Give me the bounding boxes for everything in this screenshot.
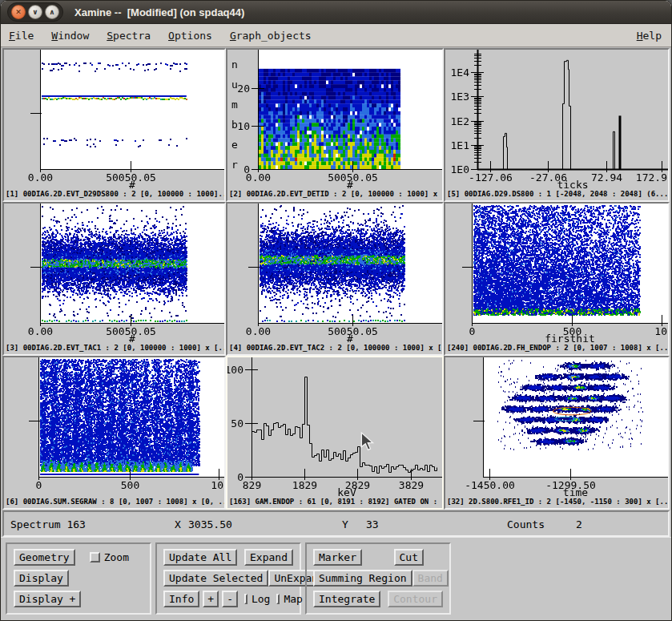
minus-button[interactable]: -	[222, 591, 238, 607]
update-selected-button[interactable]: Update Selected	[163, 570, 268, 587]
y-axis-label-number: number	[230, 54, 239, 175]
menu-options[interactable]: Options	[168, 30, 212, 42]
plot-area-1	[4, 50, 224, 190]
geometry-button[interactable]: Geometry	[14, 549, 75, 566]
window-title: Xamine -- [Modified] (on spdaq44)	[74, 6, 244, 18]
info-button[interactable]: Info	[163, 591, 199, 607]
expand-button[interactable]: Expand	[244, 549, 293, 566]
marker-button[interactable]: Marker	[313, 549, 362, 566]
status-y-value: 33	[366, 518, 379, 530]
spectrum-plot-evt-detid[interactable]	[227, 50, 442, 190]
map-checkbox[interactable]	[276, 594, 280, 604]
spectrum-pane-1[interactable]: [1] 00DIAG.2D.EVT_D29DS800 : 2 [0, 10000…	[2, 48, 226, 202]
spectrum-plot-rfe1-id[interactable]	[445, 357, 668, 498]
spectrum-plot-gam-endop[interactable]	[227, 357, 442, 498]
plot-area-3	[4, 204, 224, 344]
spectrum-pane-2[interactable]: number [2] 00DIAG.2D.EVT_DETID : 2 [0, 1…	[226, 48, 444, 202]
map-checkbox-label: Map	[284, 593, 302, 605]
spectrum-plot-fh-endop[interactable]	[445, 204, 668, 344]
zoom-checkbox-label: Zoom	[104, 551, 129, 563]
log-checkbox-label: Log	[251, 593, 270, 605]
contour-button: Contour	[388, 591, 443, 607]
spectrum-pane-163-selected[interactable]: [163] GAM.ENDOP : 61 [0, 8191 : 8192] GA…	[226, 356, 444, 510]
status-spectrum: Spectrum 163	[10, 518, 86, 530]
menu-graph-objects[interactable]: Graph_objects	[230, 30, 312, 42]
spectrum-pane-3[interactable]: [3] 00DIAG.2D.EVT_TAC1 : 2 [0, 100000 : …	[2, 202, 226, 356]
spectrum-footer-163: [163] GAM.ENDOP : 61 [0, 8191 : 8192] GA…	[227, 498, 442, 508]
spectrum-pane-4[interactable]: [4] 00DIAG.2D.EVT_TAC2 : 2 [0, 100000 : …	[226, 202, 444, 356]
plot-area-240	[445, 204, 668, 344]
status-x-label: X	[175, 518, 181, 530]
integrate-button[interactable]: Integrate	[313, 591, 380, 607]
control-group-display: Geometry Zoom Display Display +	[6, 542, 151, 615]
control-panel: Geometry Zoom Display Display + Update A…	[1, 537, 671, 621]
spectrum-pane-32[interactable]: [32] 2D.S800.RFE1_ID : 2 [-1450, -1150 :…	[444, 356, 670, 510]
zoom-checkbox[interactable]	[90, 552, 100, 563]
menu-file[interactable]: File	[9, 30, 34, 42]
status-y-label: Y	[342, 518, 348, 530]
menu-spectra[interactable]: Spectra	[107, 30, 151, 42]
spectrum-pane-5[interactable]: [5] 00DIAG.D29.DS800 : 1 [-2048, 2048 : …	[444, 48, 670, 202]
cut-button[interactable]: Cut	[394, 549, 424, 566]
spectrum-plot-d29-ds800[interactable]	[445, 50, 668, 190]
plot-area-32	[445, 357, 668, 498]
plot-area-2: number	[227, 50, 442, 190]
spectrum-footer-3: [3] 00DIAG.2D.EVT_TAC1 : 2 [0, 100000 : …	[4, 344, 224, 354]
maximize-icon[interactable]: ∧	[45, 5, 59, 19]
status-counts-value: 2	[576, 518, 582, 530]
window-buttons: ✕ ∨ ∧	[7, 2, 63, 22]
band-button: Band	[412, 570, 449, 587]
spectrum-plot-evt-tac1[interactable]	[4, 204, 224, 344]
plus-button[interactable]: +	[203, 591, 219, 607]
spectrum-footer-1: [1] 00DIAG.2D.EVT_D29DS800 : 2 [0, 10000…	[4, 190, 224, 200]
spectrum-plot-evt-tac2[interactable]	[227, 204, 442, 344]
spectrum-footer-6: [6] 00DIAG.SUM.SEGRAW : 8 [0, 1007 : 100…	[4, 498, 224, 508]
status-bar: Spectrum 163 X 3035.50 Y 33 Counts 2	[2, 510, 670, 537]
status-counts-label: Counts	[507, 518, 545, 530]
log-checkbox[interactable]	[244, 594, 247, 604]
menubar: File Window Spectra Options Graph_object…	[1, 24, 671, 47]
summing-region-button[interactable]: Summing Region	[313, 570, 412, 587]
spectrum-footer-240: [240] 00DIAG.2D.FH_ENDOP : 2 [0, 1007 : …	[445, 344, 668, 354]
spectrum-plot-evt-d29ds800[interactable]	[4, 50, 224, 190]
spectrum-pane-240[interactable]: [240] 00DIAG.2D.FH_ENDOP : 2 [0, 1007 : …	[444, 202, 670, 356]
update-all-button[interactable]: Update All	[163, 549, 237, 566]
control-group-update: Update All Expand Update Selected UnExpa…	[155, 542, 301, 615]
spectrum-footer-5: [5] 00DIAG.D29.DS800 : 1 [-2048, 2048 : …	[445, 190, 668, 200]
plot-area-163	[227, 357, 442, 498]
spectrum-grid: [1] 00DIAG.2D.EVT_D29DS800 : 2 [0, 10000…	[1, 47, 671, 510]
plot-area-5	[445, 50, 668, 190]
display-plus-button[interactable]: Display +	[14, 591, 81, 607]
menu-help[interactable]: Help	[637, 30, 662, 42]
minimize-icon[interactable]: ∨	[28, 5, 42, 19]
control-group-graph-objects: Marker Cut Summing Region Band Integrate…	[305, 542, 451, 615]
display-button[interactable]: Display	[14, 570, 69, 587]
spectrum-footer-4: [4] 00DIAG.2D.EVT_TAC2 : 2 [0, 100000 : …	[227, 344, 442, 354]
plot-area-6	[4, 357, 224, 498]
spectrum-footer-2: [2] 00DIAG.2D.EVT_DETID : 2 [0, 100000 :…	[227, 190, 442, 200]
titlebar[interactable]: ✕ ∨ ∧ Xamine -- [Modified] (on spdaq44)	[1, 1, 671, 24]
menu-window[interactable]: Window	[51, 30, 89, 42]
spectrum-footer-32: [32] 2D.S800.RFE1_ID : 2 [-1450, -1150 :…	[445, 498, 668, 508]
spectrum-plot-sum-segraw[interactable]	[4, 357, 224, 498]
xamine-window: ✕ ∨ ∧ Xamine -- [Modified] (on spdaq44) …	[0, 0, 672, 621]
close-icon[interactable]: ✕	[11, 5, 26, 19]
spectrum-pane-6[interactable]: [6] 00DIAG.SUM.SEGRAW : 8 [0, 1007 : 100…	[2, 356, 226, 510]
plot-area-4	[227, 204, 442, 344]
status-x-value: 3035.50	[188, 518, 232, 530]
